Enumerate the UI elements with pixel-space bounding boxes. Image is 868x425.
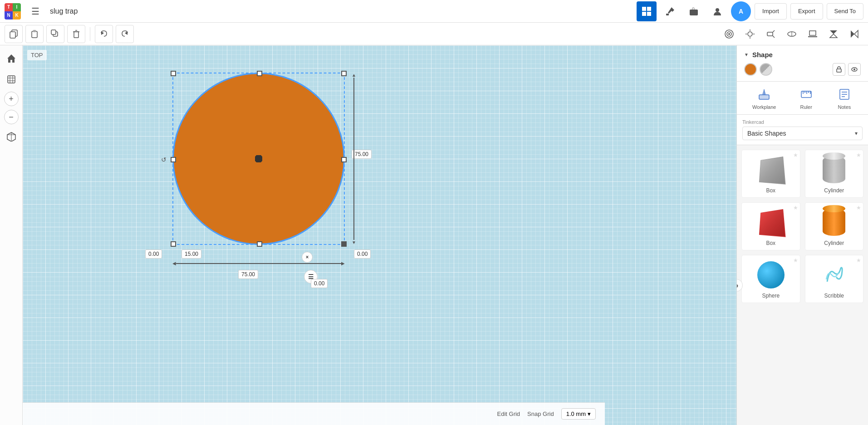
star-icon-cylinder-orange[interactable]: ★ — [856, 205, 861, 211]
paste-button[interactable] — [25, 25, 44, 43]
align-bottom-button[interactable] — [804, 25, 822, 43]
flip-h-button[interactable] — [845, 25, 863, 43]
copy-button[interactable] — [5, 25, 23, 43]
duplicate-button[interactable] — [46, 25, 64, 43]
color-orange[interactable] — [744, 63, 757, 76]
handle-top-center[interactable] — [257, 71, 262, 76]
grid-view-button[interactable] — [637, 1, 657, 21]
hide-button[interactable] — [762, 25, 780, 43]
handle-bot-right[interactable] — [341, 241, 347, 247]
box-red-3d — [755, 206, 787, 238]
shape-dropdown-arrow[interactable]: ▼ — [744, 52, 749, 57]
handle-bot-left[interactable] — [171, 241, 176, 247]
svg-rect-38 — [8, 76, 15, 83]
zoom-in-button[interactable]: + — [4, 92, 19, 106]
send-to-button[interactable]: Send To — [827, 3, 863, 20]
edit-grid-button[interactable]: Edit Grid — [497, 410, 520, 417]
svg-rect-9 — [32, 31, 37, 38]
dim-y-zero-label: 0.00 — [311, 279, 328, 288]
svg-rect-0 — [642, 7, 646, 11]
svg-rect-12 — [51, 30, 56, 34]
snap-grid-arrow-icon: ▾ — [588, 410, 591, 417]
star-icon-cylinder-gray[interactable]: ★ — [856, 152, 861, 158]
dim-height-label: 75.00 — [352, 150, 372, 159]
ruler-tool[interactable]: Ruler — [798, 86, 814, 110]
close-dimension-button[interactable]: × — [302, 252, 313, 263]
shape-item-sphere-blue[interactable]: ★ Sphere — [741, 255, 800, 303]
rotate-handle[interactable]: ↺ — [161, 156, 167, 163]
svg-marker-33 — [830, 30, 837, 34]
star-icon-box-red[interactable]: ★ — [793, 205, 798, 211]
svg-rect-4 — [666, 14, 669, 15]
tools-button[interactable] — [660, 1, 680, 21]
visibility-button[interactable] — [848, 63, 861, 76]
camera-button[interactable] — [720, 25, 738, 43]
home-button[interactable] — [3, 50, 20, 67]
shape-item-cylinder-gray[interactable]: ★ Cylinder — [805, 150, 864, 198]
selection-box — [172, 73, 345, 245]
undo-button[interactable] — [95, 25, 113, 43]
workplane-tool[interactable]: Workplane — [752, 86, 776, 110]
box-red-shape — [759, 209, 786, 237]
snap-grid-dropdown[interactable]: 1.0 mm ▾ — [561, 408, 596, 420]
handle-top-right[interactable] — [341, 71, 347, 76]
3d-view-button[interactable] — [3, 128, 20, 145]
export-button[interactable]: Export — [790, 3, 823, 20]
handle-mid-right[interactable] — [341, 157, 347, 162]
cube-icon — [6, 132, 16, 142]
right-panel: ▼ Shape — [736, 45, 868, 425]
zoom-out-button[interactable]: − — [4, 110, 19, 124]
shape-item-cylinder-orange[interactable]: ★ Cylinder — [805, 202, 864, 250]
box-gray-shape — [759, 156, 786, 185]
topbar-right: A Import Export Send To — [637, 1, 863, 21]
canvas-area[interactable]: TOP ↺ 75.00 ▲ — [23, 45, 736, 425]
flip-v-button[interactable] — [824, 25, 843, 43]
flip-h-icon — [849, 29, 860, 39]
shapes-grid: ❯ ★ Box ★ Cylinder ★ — [737, 145, 868, 425]
svg-marker-34 — [830, 34, 837, 38]
avatar-button[interactable]: A — [731, 1, 751, 21]
svg-rect-2 — [642, 12, 646, 16]
shape-item-box-red[interactable]: ★ Box — [741, 202, 800, 250]
canvas-grid — [23, 45, 736, 425]
svg-marker-17 — [125, 31, 128, 35]
briefcase-button[interactable] — [684, 1, 704, 21]
shape-colors — [744, 63, 861, 76]
snap-grid-label: Snap Grid — [527, 410, 554, 417]
fit-button[interactable] — [3, 71, 20, 88]
copy-icon — [9, 29, 18, 39]
grid-icon — [642, 6, 652, 16]
tool-panel: Workplane Ruler — [737, 82, 868, 115]
hide-icon — [765, 29, 776, 39]
svg-point-21 — [748, 32, 752, 36]
box-gray-3d — [755, 154, 787, 186]
shape-item-scribble[interactable]: ★ Scribble — [805, 255, 864, 303]
delete-button[interactable] — [67, 25, 85, 43]
shape-item-box-gray[interactable]: ★ Box — [741, 150, 800, 198]
hamburger-menu-button[interactable]: ☰ — [25, 1, 45, 21]
shape-panel-title: Shape — [752, 51, 773, 59]
handle-top-left[interactable] — [171, 71, 176, 76]
dim-width-label: 75.00 — [238, 270, 258, 279]
star-icon-box-gray[interactable]: ★ — [793, 152, 798, 158]
redo-icon — [120, 29, 129, 39]
svg-rect-8 — [10, 32, 15, 38]
profile-button[interactable] — [707, 1, 727, 21]
light-button[interactable] — [741, 25, 759, 43]
handle-bot-center[interactable] — [257, 241, 262, 247]
home-icon — [6, 54, 16, 64]
handle-mid-left[interactable] — [171, 157, 176, 162]
import-button[interactable]: Import — [755, 3, 787, 20]
camera-icon — [724, 29, 735, 39]
star-icon-scribble[interactable]: ★ — [856, 257, 861, 264]
category-dropdown[interactable]: Basic Shapes ▾ — [742, 127, 863, 140]
star-icon-sphere-blue[interactable]: ★ — [793, 257, 798, 264]
svg-point-20 — [728, 33, 730, 35]
box-gray-label: Box — [766, 187, 775, 194]
notes-tool[interactable]: Notes — [836, 86, 853, 110]
lock-button[interactable] — [833, 63, 845, 76]
view3d-button[interactable] — [783, 25, 801, 43]
svg-rect-13 — [74, 32, 78, 38]
redo-button[interactable] — [116, 25, 134, 43]
color-gray-hole[interactable] — [760, 63, 772, 76]
